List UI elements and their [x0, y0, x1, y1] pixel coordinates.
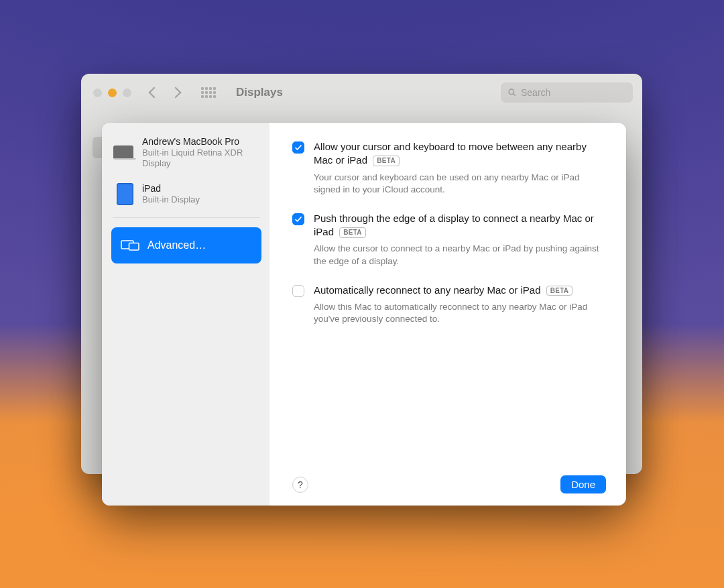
- done-button[interactable]: Done: [560, 475, 606, 493]
- sheet-footer: ? Done: [292, 469, 606, 493]
- svg-rect-3: [129, 243, 139, 250]
- device-row-ipad[interactable]: iPad Built-in Display: [110, 176, 263, 211]
- advanced-displays-sheet: Andrew's MacBook Pro Built-in Liquid Ret…: [102, 123, 626, 506]
- sheet-sidebar: Andrew's MacBook Pro Built-in Liquid Ret…: [102, 123, 269, 506]
- device-subtitle: Built-in Liquid Retina XDR Display: [142, 148, 259, 170]
- titlebar: Displays Search: [81, 74, 642, 111]
- svg-line-1: [514, 94, 516, 96]
- zoom-button[interactable]: [123, 89, 131, 97]
- close-button[interactable]: [93, 89, 102, 97]
- sidebar-divider: [113, 217, 260, 218]
- beta-badge: BETA: [546, 286, 573, 296]
- ipad-icon: [114, 183, 135, 205]
- search-field[interactable]: Search: [501, 82, 633, 103]
- macbook-icon: [114, 136, 135, 170]
- show-all-icon[interactable]: [201, 87, 217, 98]
- option-label: Allow your cursor and keyboard to move b…: [314, 140, 606, 168]
- device-subtitle: Built-in Display: [142, 194, 200, 205]
- beta-badge: BETA: [373, 156, 400, 166]
- beta-badge: BETA: [339, 227, 366, 238]
- sidebar-item-advanced[interactable]: Advanced…: [111, 227, 261, 263]
- option-label: Push through the edge of a display to co…: [314, 212, 606, 239]
- window-controls: [93, 89, 131, 97]
- nav-arrows: [150, 89, 180, 97]
- sidebar-item-label: Advanced…: [147, 239, 206, 251]
- checkbox-push-through-edge[interactable]: [292, 213, 304, 225]
- sheet-content: Allow your cursor and keyboard to move b…: [269, 123, 626, 506]
- device-row-macbook[interactable]: Andrew's MacBook Pro Built-in Liquid Ret…: [110, 129, 263, 175]
- window-title: Displays: [236, 86, 283, 99]
- option-push-through-edge: Push through the edge of a display to co…: [292, 212, 606, 268]
- displays-icon: [121, 239, 139, 252]
- device-name: Andrew's MacBook Pro: [142, 136, 259, 147]
- svg-point-0: [509, 89, 514, 95]
- option-label: Automatically reconnect to any nearby Ma…: [314, 284, 606, 297]
- option-description: Allow this Mac to automatically reconnec…: [314, 301, 606, 325]
- option-description: Your cursor and keyboard can be used on …: [314, 172, 606, 196]
- search-icon: [507, 88, 517, 97]
- minimize-button[interactable]: [108, 89, 117, 97]
- back-button[interactable]: [149, 87, 160, 99]
- search-placeholder: Search: [521, 87, 550, 98]
- forward-button[interactable]: [170, 87, 182, 99]
- option-auto-reconnect: Automatically reconnect to any nearby Ma…: [292, 284, 606, 326]
- checkbox-allow-cursor-keyboard[interactable]: [292, 141, 304, 154]
- device-name: iPad: [142, 183, 200, 194]
- checkbox-auto-reconnect[interactable]: [292, 285, 304, 297]
- option-allow-cursor-keyboard: Allow your cursor and keyboard to move b…: [292, 140, 606, 196]
- help-button[interactable]: ?: [292, 477, 308, 493]
- option-description: Allow the cursor to connect to a nearby …: [314, 243, 606, 267]
